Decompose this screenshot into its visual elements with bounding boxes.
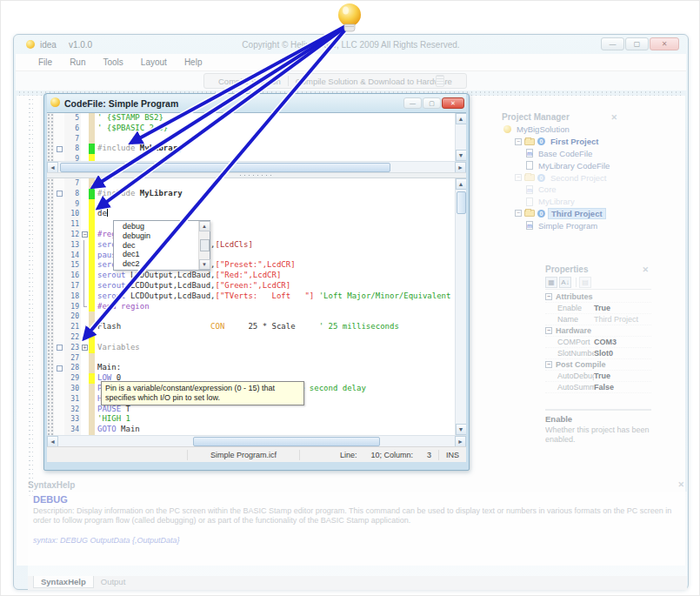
property-category-attributes[interactable]: −Attributes [545, 291, 651, 303]
pane-splitter[interactable] [47, 172, 466, 178]
property-category-hardware[interactable]: −Hardware [545, 325, 651, 337]
code-text[interactable]: serout LCDOutput,LcdBaud,["Green:",LcdCR… [95, 281, 455, 291]
properties-header[interactable]: Properties ✕ [545, 263, 651, 276]
code-line[interactable]: 9 [54, 199, 455, 210]
code-text[interactable]: Flash CON 25 * Scale ' 25 milliseconds [95, 322, 455, 332]
project-manager-header[interactable]: Project Manager ✕ [502, 110, 620, 124]
code-line[interactable]: 5' {$STAMP BS2} [54, 113, 455, 124]
property-category-post-compile[interactable]: −Post Compile [545, 359, 651, 371]
code-text[interactable]: #include MyLibrary [95, 189, 455, 199]
code-line[interactable]: 8#include MyLibrary [54, 144, 455, 154]
code-line[interactable]: 23+Variables [54, 343, 455, 353]
autocomplete-item-dec2[interactable]: dec2 [114, 259, 198, 269]
close-icon[interactable]: ✕ [675, 480, 687, 489]
code-text[interactable]: de [95, 209, 455, 219]
code-text[interactable]: #include MyLibrary [95, 144, 455, 154]
menu-item-layout[interactable]: Layout [134, 56, 174, 69]
tree-expander-icon[interactable]: − [515, 138, 522, 145]
property-row-autodebug[interactable]: AutoDebugTrue [545, 371, 651, 382]
scroll-up-icon[interactable]: ▲ [199, 221, 210, 231]
code-window-titlebar[interactable]: CodeFile: Simple Program — ▢ ✕ [47, 94, 466, 112]
code-line[interactable]: 27 [54, 353, 455, 364]
property-pages-icon[interactable]: ▤ [579, 277, 591, 288]
app-titlebar[interactable]: Copyright © Heliumware, LLC 2009 All Rig… [14, 35, 688, 54]
code-line[interactable]: 7 [54, 178, 455, 189]
bookmark-icon[interactable] [57, 191, 63, 197]
tree-item-first-project[interactable]: −0First Project [502, 136, 620, 148]
code-text[interactable] [95, 311, 455, 322]
upper-vertical-scrollbar[interactable]: ▲ ▼ [455, 113, 466, 161]
upper-horizontal-scrollbar[interactable]: ◄ ► [47, 161, 466, 172]
lower-horizontal-scrollbar[interactable]: ◄ ► [47, 435, 466, 446]
property-row-enable[interactable]: EnableTrue [545, 303, 651, 314]
scroll-down-icon[interactable]: ▼ [456, 150, 467, 161]
autocomplete-scroll-thumb[interactable] [200, 239, 210, 251]
close-icon[interactable]: ✕ [639, 265, 651, 274]
code-line[interactable]: 8#include MyLibrary [54, 189, 455, 199]
code-line[interactable]: 9 [54, 154, 455, 161]
tree-expander-icon[interactable]: − [515, 210, 522, 217]
bookmark-icon[interactable] [57, 365, 63, 372]
code-pane-lower[interactable]: 78#include MyLibrary910de1112−#region13s… [47, 178, 466, 435]
code-text[interactable]: serout LCDOutput,LcdBaud,["TVerts: Loft … [95, 291, 455, 302]
tree-item-simple-program[interactable]: mSimple Program [502, 219, 620, 231]
code-text[interactable]: 'HIGH 1 [95, 414, 455, 425]
menu-item-run[interactable]: Run [63, 56, 92, 69]
tree-item-core[interactable]: mCore [502, 184, 620, 196]
tree-item-mylibrary-codefile[interactable]: MyLibrary CodeFile [502, 159, 620, 171]
lower-vertical-scrollbar[interactable]: ▲ ▼ [455, 178, 466, 435]
autocomplete-item-debugin[interactable]: debugin [114, 231, 198, 241]
collapse-region-icon[interactable]: − [82, 231, 88, 238]
property-row-autosummary[interactable]: AutoSummaryFalse [545, 382, 651, 393]
tree-item-third-project[interactable]: −0Third Project [502, 208, 620, 220]
code-line[interactable]: 17serout LCDOutput,LcdBaud,["Green:",Lcd… [54, 281, 455, 291]
menu-item-tools[interactable]: Tools [96, 56, 130, 69]
scroll-right-icon[interactable]: ► [455, 162, 466, 173]
code-maximize-button[interactable]: ▢ [423, 97, 441, 109]
tab-syntaxhelp[interactable]: SyntaxHelp [33, 576, 94, 588]
expand-region-icon[interactable]: + [82, 345, 88, 351]
code-line[interactable]: 18serout LCDOutput,LcdBaud,["TVerts: Lof… [54, 291, 455, 302]
tree-expander-icon[interactable]: − [515, 174, 522, 181]
autocomplete-item-dec1[interactable]: dec1 [114, 250, 198, 259]
category-expander-icon[interactable]: − [545, 361, 552, 368]
pane-grip[interactable] [47, 113, 54, 161]
category-expander-icon[interactable]: − [545, 293, 552, 300]
property-row-name[interactable]: NameThird Project [545, 314, 651, 325]
scroll-up-icon[interactable]: ▲ [456, 178, 467, 190]
compile-solution-button[interactable]: Compile Solution [211, 77, 288, 86]
compile-download-button[interactable]: Compile Solution & Download to Hardware [289, 77, 459, 86]
code-text[interactable] [95, 199, 455, 210]
code-text[interactable]: PAUSE T [95, 405, 455, 415]
code-line[interactable]: 21Flash CON 25 * Scale ' 25 milliseconds [54, 322, 455, 332]
alphabetical-sort-icon[interactable]: A↓ [559, 277, 571, 288]
autocomplete-item-dec[interactable]: dec [114, 241, 198, 251]
code-line[interactable]: 28Main: [54, 363, 455, 373]
code-pane-upper[interactable]: 5' {$STAMP BS2}6' {$PBASIC 2.5}78#includ… [47, 112, 466, 161]
code-line[interactable]: 7 [54, 134, 455, 144]
tree-item-mybigsolution[interactable]: MyBigSolution [502, 124, 620, 136]
tree-item-second-project[interactable]: −0Second Project [502, 171, 620, 184]
code-line[interactable]: 20 [54, 311, 455, 322]
categorized-view-icon[interactable]: ▦ [545, 277, 557, 288]
code-text[interactable]: GOTO Main [95, 425, 455, 435]
property-row-comport[interactable]: COMPortCOM3 [545, 337, 651, 348]
code-text[interactable]: Variables [95, 343, 455, 353]
lower-hscroll-thumb[interactable] [193, 437, 380, 446]
code-text[interactable] [95, 134, 455, 144]
scroll-down-icon[interactable]: ▼ [199, 259, 210, 270]
close-icon[interactable]: ✕ [608, 113, 620, 122]
scroll-down-icon[interactable]: ▼ [456, 424, 467, 435]
maximize-button[interactable]: ▢ [625, 37, 649, 50]
code-text[interactable] [95, 154, 455, 161]
autocomplete-scrollbar[interactable]: ▲ ▼ [198, 221, 210, 270]
autocomplete-item-debug[interactable]: debug [114, 222, 198, 231]
minimize-button[interactable]: — [601, 37, 624, 50]
lower-vscroll-thumb[interactable] [457, 191, 466, 214]
scroll-up-icon[interactable]: ▲ [456, 113, 467, 124]
bookmark-icon[interactable] [57, 146, 63, 152]
close-button[interactable]: ✕ [650, 37, 679, 50]
upper-hscroll-thumb[interactable] [60, 163, 390, 172]
code-text[interactable] [95, 332, 455, 343]
code-line[interactable]: 6' {$PBASIC 2.5} [54, 124, 455, 134]
